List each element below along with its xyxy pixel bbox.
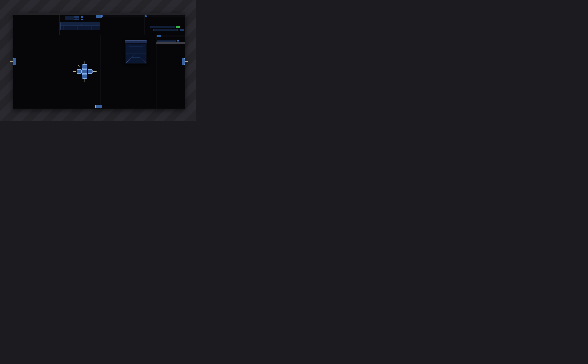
- menu-bar: [13, 13, 185, 15]
- pattern-rows[interactable]: [13, 37, 100, 109]
- song-info-tab-bar: [145, 15, 185, 17]
- effect-table-header: [156, 42, 185, 44]
- step-input[interactable]: [65, 19, 75, 20]
- split-right-target[interactable]: [88, 69, 92, 74]
- instruments-panel: [101, 15, 145, 35]
- song-info-panel: [145, 15, 185, 35]
- effect-table-body: [156, 44, 185, 109]
- tab-effect-list[interactable]: [159, 35, 161, 37]
- oscilloscope-display: [126, 44, 146, 63]
- piano-keyboard-graphic: [60, 22, 100, 30]
- effect-list-tab-bar: [156, 35, 185, 37]
- auto-tuning-button[interactable]: [176, 26, 180, 28]
- follow-orders-checkbox[interactable]: [81, 16, 83, 18]
- furnace-window: [13, 13, 185, 109]
- octave-input[interactable]: [65, 16, 75, 18]
- dock-top-target[interactable]: [96, 15, 102, 18]
- play-controls-panel: [59, 15, 101, 35]
- make-tab-target[interactable]: [82, 69, 87, 74]
- channel-header-row: [13, 35, 100, 37]
- split-left-target[interactable]: [77, 69, 82, 74]
- effect-list-panel: [156, 35, 185, 109]
- split-top-target[interactable]: [82, 64, 87, 69]
- step-increment-button[interactable]: [77, 19, 79, 20]
- tuning-row: [145, 29, 185, 31]
- piano-keyboard[interactable]: [60, 22, 100, 30]
- instruments-tab-bar: [101, 15, 144, 17]
- follow-pattern-checkbox[interactable]: [81, 19, 83, 20]
- octave-decrement-button[interactable]: [75, 16, 77, 18]
- desktop-background: [0, 0, 196, 121]
- collapse-icon[interactable]: [157, 35, 159, 37]
- effect-search-input[interactable]: [157, 40, 176, 42]
- dock-right-target[interactable]: [182, 58, 185, 65]
- dock-bottom-target[interactable]: [95, 105, 102, 108]
- hamburger-icon: [177, 40, 178, 41]
- expand-channels-button[interactable]: [13, 35, 16, 37]
- orders-panel: [13, 15, 59, 35]
- oscilloscope-title-bar[interactable]: [125, 41, 147, 43]
- tuning-increment-button[interactable]: [182, 29, 184, 31]
- collapse-icon[interactable]: [145, 15, 147, 17]
- system-row: [145, 26, 185, 28]
- octave-increment-button[interactable]: [77, 16, 79, 18]
- effect-search-row: [157, 40, 185, 42]
- system-value[interactable]: [150, 26, 175, 28]
- step-decrement-button[interactable]: [75, 19, 77, 20]
- oscilloscope-grid: [126, 44, 146, 63]
- dock-left-target[interactable]: [13, 58, 16, 65]
- oscilloscope-window: [125, 40, 147, 64]
- tuning-decrement-button[interactable]: [180, 29, 182, 31]
- effect-list-menu-button[interactable]: [177, 40, 179, 41]
- tuning-input[interactable]: [153, 29, 178, 31]
- split-bottom-target[interactable]: [82, 74, 87, 79]
